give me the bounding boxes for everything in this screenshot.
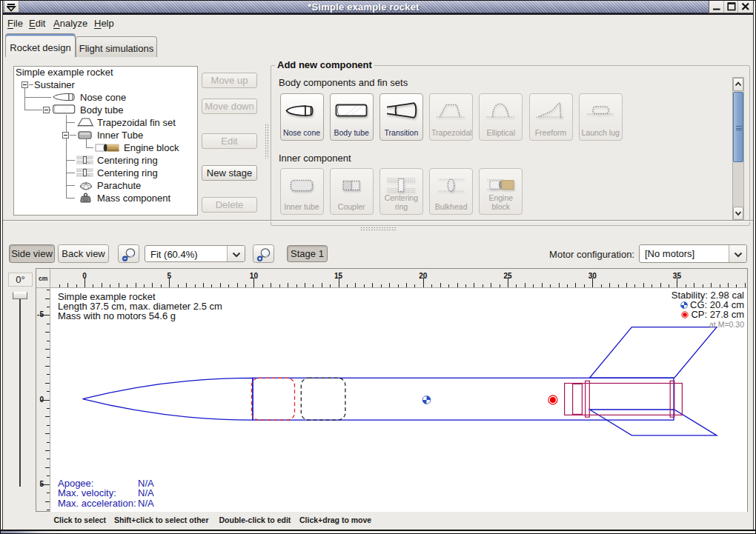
freeform-icon: [534, 99, 568, 124]
minimize-button[interactable]: [709, 0, 724, 13]
add-coupler-button[interactable]: Coupler: [330, 168, 374, 215]
tab-flight-simulations[interactable]: Flight simulations: [76, 36, 157, 57]
ruler-unit-label: cm: [39, 275, 47, 282]
scrollbar-grip: [736, 126, 742, 130]
trapezoidal-fin-set-icon: [76, 118, 95, 130]
scroll-down-button[interactable]: [733, 207, 743, 220]
add-inner-tube-button[interactable]: Inner tube: [280, 168, 324, 215]
section-inner-component: Inner component: [279, 153, 351, 164]
add-engine-block-button[interactable]: Engine block: [479, 168, 523, 215]
cg-row: CG: 20.4 cm: [672, 300, 744, 310]
nose-cone-icon: [285, 99, 319, 124]
zoom-out-icon: [121, 247, 136, 262]
coupler-icon: [334, 174, 368, 199]
stability-stats: Stability: 2.98 cal CG: 20.4 cm CP: 27.8…: [672, 290, 744, 330]
arrow-up-icon: [734, 79, 743, 90]
new-stage-button[interactable]: New stage: [202, 165, 257, 181]
chevron-down-icon: [734, 252, 743, 258]
add-launch-lug-button[interactable]: Launch lug: [579, 93, 623, 141]
rocket-canvas[interactable]: Simple example rocket Length 37.5 cm, ma…: [50, 288, 747, 512]
status-click-select: Click to select: [54, 515, 107, 524]
rotation-angle-box[interactable]: 0°: [8, 273, 33, 287]
rocket-figure-panel: cm 05101520253035 -505: [36, 268, 748, 512]
status-shift-click: Shift+click to select other: [114, 515, 209, 524]
scrollbar-thumb[interactable]: [733, 92, 743, 162]
menu-help[interactable]: Help: [94, 18, 114, 29]
application-window: *Simple example rocket File Edit Analyze…: [0, 0, 756, 534]
split-divider-horizontal[interactable]: [360, 227, 396, 232]
menu-bar: File Edit Analyze Help: [3, 15, 753, 33]
bulkhead-icon: [434, 174, 468, 199]
elliptical-icon: [484, 99, 518, 124]
back-view-button[interactable]: Back view: [58, 244, 109, 263]
nose-cone-outline: [83, 378, 253, 420]
motor-configuration-select[interactable]: [No motors]: [639, 244, 747, 263]
maximize-button[interactable]: [724, 0, 739, 13]
add-bulkhead-button[interactable]: Bulkhead: [429, 168, 473, 215]
tree-expander-icon[interactable]: [62, 132, 69, 138]
trapezoidal-icon: [434, 99, 468, 124]
cp-icon: [681, 311, 689, 318]
parachute-icon: [79, 181, 93, 193]
zoom-out-button[interactable]: [118, 244, 139, 263]
vertical-ruler: -505: [36, 288, 50, 512]
menu-analyze[interactable]: Analyze: [53, 18, 87, 29]
motor-select-arrow: [729, 245, 746, 262]
zoom-in-button[interactable]: [253, 244, 274, 263]
add-nose-cone-button[interactable]: Nose cone: [280, 93, 324, 141]
add-component-title: Add new component: [275, 59, 374, 70]
tab-bar: Rocket design Flight simulations: [3, 33, 753, 57]
divider-line-highlight: [3, 221, 753, 221]
rocket-drawing: [50, 288, 747, 512]
zoom-select-arrow: [227, 246, 245, 261]
stage-1-toggle[interactable]: Stage 1: [287, 245, 328, 262]
zoom-in-icon: [256, 247, 271, 262]
edit-button[interactable]: Edit: [202, 133, 257, 149]
tab-rocket-design[interactable]: Rocket design: [5, 33, 76, 57]
add-body-tube-button[interactable]: Body tube: [330, 93, 374, 141]
delete-button[interactable]: Delete: [202, 197, 257, 213]
add-centering-ring-button[interactable]: Centering ring: [379, 168, 423, 215]
add-freeform-button[interactable]: Freeform: [529, 93, 573, 141]
add-elliptical-button[interactable]: Elliptical: [479, 93, 523, 141]
window-menu-button[interactable]: [4, 1, 19, 13]
menu-edit[interactable]: Edit: [29, 18, 45, 29]
move-up-button[interactable]: Move up: [202, 73, 257, 88]
close-button[interactable]: [738, 0, 753, 13]
add-transition-button[interactable]: Transition: [379, 93, 423, 141]
window-title: *Simple example rocket: [19, 1, 709, 13]
rotation-slider-handle[interactable]: [13, 292, 27, 299]
acceleration-value: N/A: [138, 498, 154, 509]
arrow-down-icon: [734, 207, 743, 219]
cg-icon: [680, 301, 688, 309]
cp-marker: [548, 396, 557, 404]
split-divider-vertical[interactable]: [265, 124, 270, 158]
component-tree: Simple example rocketSustainerNose coneB…: [13, 66, 198, 216]
move-down-button[interactable]: Move down: [202, 99, 257, 114]
side-view-button[interactable]: Side view: [9, 244, 55, 263]
tree-expander-icon[interactable]: [21, 81, 28, 88]
menu-file[interactable]: File: [7, 18, 23, 29]
chevron-down-icon: [232, 252, 241, 258]
stability-row: Stability: 2.98 cal: [672, 290, 744, 300]
body-tube-icon: [334, 99, 368, 124]
window-frame: [0, 0, 756, 1]
figure-info-line3: Mass with no motors 54.6 g: [58, 310, 176, 321]
inner-tube-icon: [285, 174, 319, 199]
maximize-icon: [726, 1, 737, 12]
close-icon: [740, 1, 752, 12]
window-menu-icon: [7, 3, 18, 12]
add-trapezoidal-button[interactable]: Trapezoidal: [429, 93, 473, 141]
horizontal-ruler: 05101520253035: [50, 269, 747, 288]
launch-lug-icon: [583, 99, 617, 124]
rotation-slider-track: [19, 296, 21, 487]
acceleration-label: Max. acceleration:: [58, 498, 136, 509]
component-panel-scrollbar[interactable]: [732, 77, 744, 221]
zoom-level-select[interactable]: Fit (60.4%): [145, 245, 245, 262]
scroll-up-button[interactable]: [733, 78, 743, 91]
fin-upper-outline: [590, 327, 717, 378]
window-frame: [2, 0, 3, 534]
tree-expander-icon[interactable]: [43, 107, 50, 113]
status-bar: Click to select Shift+click to select ot…: [3, 513, 753, 527]
rocket-outline: [83, 327, 717, 435]
